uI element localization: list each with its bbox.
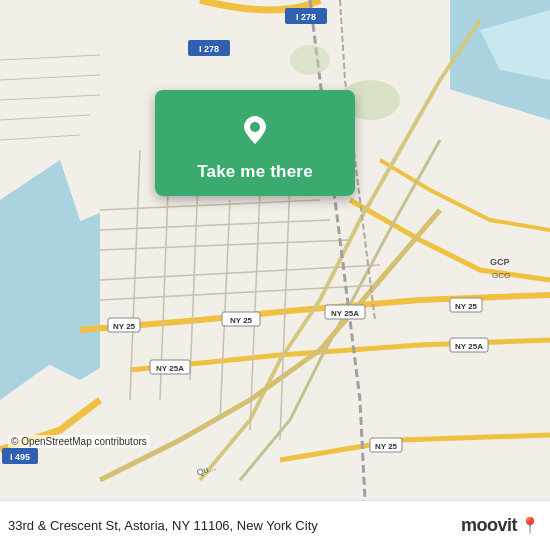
svg-text:NY 25A: NY 25A xyxy=(331,309,359,318)
moovit-pin-icon: 📍 xyxy=(520,516,540,535)
svg-point-46 xyxy=(290,45,330,75)
map-view: I 278 I 278 NY 25 NY 25 NY 25A NY 25 NY … xyxy=(0,0,550,500)
svg-text:GCP: GCP xyxy=(490,257,510,267)
moovit-logo: moovit 📍 xyxy=(461,515,540,536)
svg-text:NY 25A: NY 25A xyxy=(156,364,184,373)
take-me-there-button[interactable]: Take me there xyxy=(197,162,313,182)
osm-attribution: © OpenStreetMap contributors xyxy=(8,435,150,448)
moovit-brand-text: moovit xyxy=(461,515,517,536)
svg-text:I 495: I 495 xyxy=(10,452,30,462)
svg-point-49 xyxy=(250,122,260,132)
address-text: 33rd & Crescent St, Astoria, NY 11106, N… xyxy=(8,518,461,533)
svg-text:GCO: GCO xyxy=(492,271,510,280)
bottom-bar: 33rd & Crescent St, Astoria, NY 11106, N… xyxy=(0,500,550,550)
svg-text:I 278: I 278 xyxy=(199,44,219,54)
svg-rect-6 xyxy=(100,0,450,500)
svg-text:I 278: I 278 xyxy=(296,12,316,22)
svg-text:NY 25: NY 25 xyxy=(113,322,136,331)
svg-text:NY 25A: NY 25A xyxy=(455,342,483,351)
attribution-text: © OpenStreetMap contributors xyxy=(11,436,147,447)
map-background: I 278 I 278 NY 25 NY 25 NY 25A NY 25 NY … xyxy=(0,0,550,500)
location-pin-icon xyxy=(233,108,277,152)
svg-text:NY 25: NY 25 xyxy=(230,316,253,325)
svg-text:NY 25: NY 25 xyxy=(455,302,478,311)
location-card: Take me there xyxy=(155,90,355,196)
svg-text:NY 25: NY 25 xyxy=(375,442,398,451)
